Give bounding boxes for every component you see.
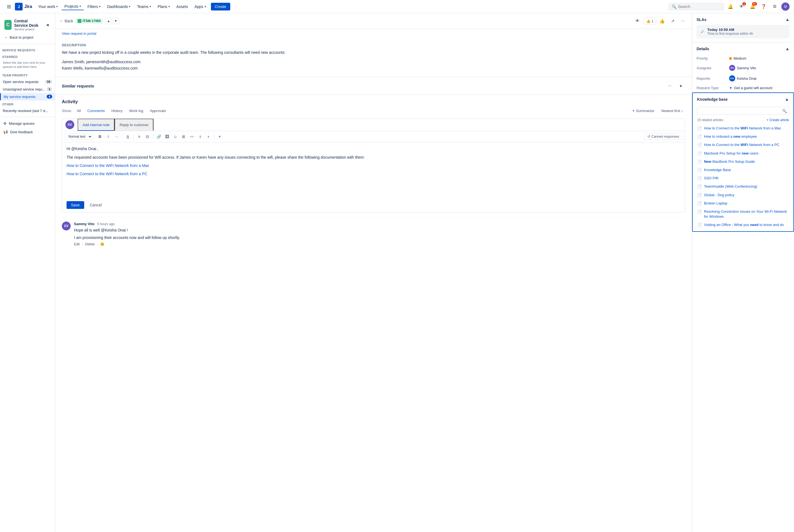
tab-worklog[interactable]: Work log [126,108,146,114]
ai-magic-button[interactable]: ✦ [216,133,224,140]
list-item[interactable]: 📄 Macbook Pro Setup for new users [695,149,791,157]
watch-ticket-icon[interactable]: 👁 [633,17,642,25]
cancel-button[interactable]: Cancel [87,201,105,209]
list-item[interactable]: 📄 New MacBook Pro Setup Guide [695,157,791,166]
tab-approvals[interactable]: Approvals [147,108,169,114]
chevron-icon: ▾ [205,5,206,8]
delete-comment-button[interactable]: Delete [85,242,95,247]
create-article-button[interactable]: + Create article [767,118,789,122]
canned-responses-button[interactable]: ↺ Canned responses [644,133,682,140]
summarize-button[interactable]: ✦ Summarize [629,108,657,114]
info-button[interactable]: ℹ [196,133,204,140]
tab-history[interactable]: History [109,108,125,114]
list-item[interactable]: 📄 SSO PIR [695,174,791,183]
bullet-list-button[interactable]: ≡ [135,133,143,140]
user-avatar[interactable]: U [781,2,790,11]
list-item[interactable]: 📄 Broken Laptop [695,199,791,208]
main-content: ← Back ITSM-17065 ▲ ▼ 👁 👍 1 [55,13,794,532]
list-item[interactable]: 📄 Visiting an Office - What you need to … [695,221,791,229]
editor-link-1[interactable]: How to Connect to the WiFi Network from … [67,163,149,168]
nav-plans[interactable]: Plans ▾ [155,3,172,10]
give-feedback-button[interactable]: 📢 Give feedback [0,128,55,136]
nav-projects[interactable]: Projects ▾ [61,3,84,10]
list-item[interactable]: 📄 Knowledge Base [695,166,791,174]
view-portal-link[interactable]: View request in portal [62,32,96,36]
watch-icon[interactable]: 👁 1 [737,2,746,11]
editor-body[interactable]: Hi @Keisha Onai , The requested accounts… [62,142,685,197]
nav-filters[interactable]: Filters ▾ [85,3,103,10]
kb-article-icon: 📄 [697,151,702,156]
sidebar-item-unassigned[interactable]: Unassigned service requ... 1 [0,86,55,93]
kb-article-icon: 📄 [697,209,702,214]
next-ticket-button[interactable]: ▼ [112,18,119,24]
thumbs-up-icon[interactable]: 👍 [658,17,666,25]
similar-expand-icon[interactable]: ▾ [677,81,685,90]
notifications-icon[interactable]: 🔔 9+ [748,2,757,11]
kb-search-input[interactable] [697,107,789,115]
search-box[interactable]: 🔍 [669,3,724,10]
nav-apps[interactable]: Apps ▾ [192,3,209,10]
prev-ticket-button[interactable]: ▲ [105,18,112,24]
table-button[interactable]: ⊞ [180,133,187,140]
back-to-project-label: Back to project [10,35,33,39]
italic-button[interactable]: I [104,133,112,140]
comment-text-2: I am provisioning their accounts now and… [74,234,685,241]
kb-section-header[interactable]: Knowledge base ▲ [693,93,793,104]
newest-first-button[interactable]: Newest first ↕ [659,108,685,114]
editor-content[interactable]: Hi @Keisha Onai , The requested accounts… [67,146,681,179]
nav-teams[interactable]: Teams ▾ [134,3,153,10]
details-section-header[interactable]: Details ▲ [692,42,794,54]
assignee-value[interactable]: SV Sammy Vito [729,65,756,71]
notification-bell-icon[interactable]: 🔔 [726,2,735,11]
apps-grid-icon[interactable]: ⊞ [4,2,13,11]
request-type-value[interactable]: ▼ Get a guest wifi account [729,86,773,90]
list-item[interactable]: 📄 How to onboard a new employee [695,132,791,141]
image-button[interactable]: 🖼 [163,133,171,140]
sidebar-item-open-requests[interactable]: Open service requests 16 [0,78,55,86]
search-input[interactable] [678,4,721,9]
similar-more-icon[interactable]: ··· [665,81,674,90]
slas-collapse-icon[interactable]: ▲ [785,17,790,22]
settings-icon[interactable]: ⚙ [770,2,779,11]
reply-customer-tab[interactable]: Reply to customer [115,119,153,131]
more-format-button[interactable]: ··· [113,133,121,140]
list-item[interactable]: 📄 How to Connect to the WiFi Network fro… [695,124,791,132]
nav-your-work[interactable]: Your work ▾ [35,3,60,10]
editor-link-2[interactable]: How to Connect to the WiFi Network from … [67,172,147,176]
tab-all[interactable]: All [74,108,84,114]
list-item[interactable]: 📄 Global - Dog policy [695,191,791,199]
code-button[interactable]: <> [188,133,196,140]
text-style-select[interactable]: Normal text [65,133,92,140]
reporter-value[interactable]: KO Keisha Onai [729,75,756,81]
numbered-list-button[interactable]: ⊟ [144,133,151,140]
text-color-button[interactable]: A [124,133,132,140]
sidebar-item-recently-resolved[interactable]: Recently resolved (last 7 d... [0,107,55,115]
link-button[interactable]: 🔗 [155,133,163,140]
kb-collapse-icon[interactable]: ▲ [784,97,789,102]
share-icon[interactable]: ↗ [668,17,677,25]
back-to-project-button[interactable]: ← Back to project [0,33,55,42]
more-insert-button[interactable]: + [205,133,212,140]
nav-assets[interactable]: Assets [174,3,191,10]
vote-button[interactable]: 👍 1 [644,18,656,24]
slas-section-header[interactable]: SLAs ▲ [692,13,794,25]
sidebar-item-my-requests[interactable]: My service requests 4 [0,93,55,100]
nav-dashboards[interactable]: Dashboards ▾ [104,3,133,10]
manage-queues-button[interactable]: ⚙ Manage queues [0,119,55,128]
help-icon[interactable]: ❓ [759,2,768,11]
list-item[interactable]: 📄 TeamHuddle (Web Conferencing) [695,183,791,191]
back-button[interactable]: ← Back [60,19,73,23]
tab-comments[interactable]: Comments [85,108,108,114]
internal-note-tab[interactable]: Add internal note [78,119,115,131]
details-collapse-icon[interactable]: ▲ [785,46,790,51]
list-item[interactable]: 📄 Resolving Connection Issues on Your Wi… [695,208,791,221]
sidebar-collapse-icon[interactable]: ◀ [44,20,51,29]
create-button[interactable]: Create [211,3,230,11]
save-button[interactable]: Save [67,201,84,209]
bold-button[interactable]: B [96,133,104,140]
edit-comment-button[interactable]: Edit [74,242,80,247]
list-item[interactable]: 📄 How to Connect to the WiFi Network fro… [695,141,791,149]
emoji-button[interactable]: ☺ [171,133,179,140]
more-options-icon[interactable]: ··· [679,17,687,25]
emoji-reaction-button[interactable]: 😊 [100,242,104,247]
